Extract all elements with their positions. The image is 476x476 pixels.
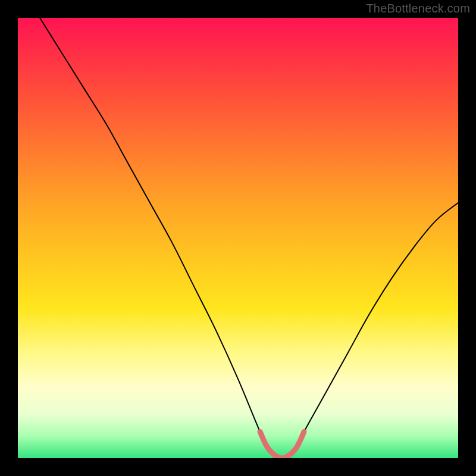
curve-highlight xyxy=(260,432,304,458)
bottleneck-curve xyxy=(18,18,458,458)
plot-area xyxy=(18,18,458,458)
chart-frame: TheBottleneck.com xyxy=(0,0,476,476)
curve-path xyxy=(18,18,458,458)
watermark-text: TheBottleneck.com xyxy=(366,2,470,15)
